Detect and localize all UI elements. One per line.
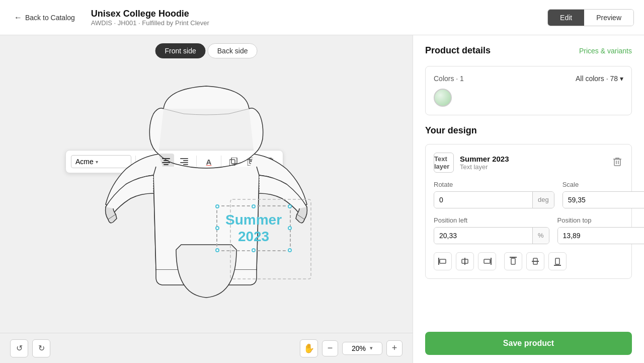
svg-rect-22 — [614, 159, 620, 166]
align-h-left-button[interactable] — [434, 252, 452, 270]
layer-delete-button[interactable] — [611, 155, 623, 171]
layer-name: Summer 2023 — [460, 155, 605, 163]
scale-label: Scale — [562, 181, 644, 188]
handle-bot-center[interactable] — [252, 248, 256, 252]
handle-mid-left[interactable] — [215, 226, 219, 230]
panel-header: Product details Prices & variants — [413, 35, 644, 66]
all-colors-button[interactable]: All colors · 78 ▾ — [576, 75, 623, 83]
handle-bot-right[interactable] — [288, 248, 292, 252]
position-row: Position left % Position top % — [434, 216, 623, 244]
position-top-input[interactable] — [558, 228, 644, 244]
hand-tool-button[interactable]: ✋ — [300, 339, 318, 357]
position-top-label: Position top — [557, 216, 644, 224]
text-layer-icon: Text layer — [434, 155, 453, 170]
svg-rect-37 — [555, 258, 559, 264]
handle-top-center[interactable] — [252, 204, 256, 208]
front-side-tab[interactable]: Front side — [155, 43, 206, 58]
panel-title: Product details — [425, 45, 491, 56]
colors-section: Colors · 1 All colors · 78 ▾ — [425, 66, 632, 115]
zoom-out-button[interactable]: − — [322, 340, 338, 356]
prices-variants-link[interactable]: Prices & variants — [579, 47, 632, 55]
scale-input[interactable] — [563, 192, 644, 208]
design-text-line2: 2023 — [238, 229, 269, 244]
align-v-top-button[interactable] — [504, 252, 522, 270]
side-tabs: Front side Back side — [155, 43, 258, 58]
canvas-area: Front side Back side Acme ▾ A — [0, 35, 413, 363]
horizontal-align-row — [434, 252, 496, 270]
align-v-top-icon — [509, 257, 518, 266]
save-section: Save product — [413, 324, 644, 363]
layer-card: Text layer Summer 2023 Text layer Rotate — [425, 144, 632, 279]
align-h-center-icon — [460, 257, 469, 266]
all-colors-text: All colors · 78 — [576, 75, 618, 83]
tab-edit[interactable]: Edit — [548, 10, 584, 26]
align-v-center-button[interactable] — [526, 252, 544, 270]
handle-top-right[interactable] — [288, 204, 292, 208]
position-left-unit: % — [532, 228, 549, 244]
zoom-display[interactable]: 20% ▾ — [342, 342, 382, 355]
undo-redo-group: ↺ ↻ — [10, 339, 50, 357]
align-h-right-button[interactable] — [478, 252, 496, 270]
position-top-field: Position top % — [557, 216, 644, 244]
arrow-left-icon: ← — [14, 13, 22, 22]
alignment-rows — [434, 252, 623, 270]
zoom-in-button[interactable]: + — [386, 340, 403, 356]
tab-preview[interactable]: Preview — [584, 10, 633, 26]
zoom-dropdown-icon: ▾ — [370, 345, 373, 351]
rotate-scale-row: Rotate deg Scale % — [434, 181, 623, 208]
align-v-bottom-icon — [553, 257, 562, 266]
rotate-label: Rotate — [434, 181, 554, 188]
align-v-bottom-button[interactable] — [548, 252, 567, 270]
scale-field: Scale % — [562, 181, 644, 208]
back-side-tab[interactable]: Back side — [208, 43, 258, 58]
product-name: Unisex College Hoodie — [91, 9, 535, 19]
vertical-align-row — [504, 252, 567, 270]
product-info: Unisex College Hoodie AWDIS · JH001 · Fu… — [91, 9, 535, 27]
rotate-unit: deg — [532, 192, 554, 208]
redo-button[interactable]: ↻ — [32, 339, 50, 357]
align-h-right-icon — [482, 257, 492, 266]
position-left-label: Position left — [434, 216, 549, 224]
design-text: Summer 2023 — [225, 211, 282, 245]
right-panel: Product details Prices & variants Colors… — [413, 35, 644, 363]
design-text-overlay[interactable]: Summer 2023 — [216, 205, 291, 251]
edit-preview-tabs: Edit Preview — [547, 9, 634, 26]
align-h-center-button[interactable] — [456, 252, 474, 270]
rotate-field: Rotate deg — [434, 181, 554, 208]
position-left-field: Position left % — [434, 216, 549, 244]
zoom-control: ✋ − 20% ▾ + — [300, 339, 403, 357]
all-colors-arrow-icon: ▾ — [620, 75, 623, 83]
svg-rect-31 — [484, 259, 490, 263]
handle-bot-left[interactable] — [215, 248, 219, 252]
svg-rect-33 — [511, 258, 515, 264]
layer-icon: Text layer — [434, 153, 454, 173]
back-label: Back to Catalog — [25, 14, 75, 22]
handle-top-left[interactable] — [215, 204, 219, 208]
svg-rect-26 — [440, 259, 446, 263]
design-text-line1: Summer — [225, 212, 282, 228]
design-section: Your design Text layer Summer 2023 Text … — [413, 125, 644, 287]
hoodie-svg — [75, 79, 337, 340]
layer-info: Summer 2023 Text layer — [460, 155, 605, 171]
bottom-toolbar: ↺ ↻ ✋ − 20% ▾ + — [0, 333, 413, 363]
undo-button[interactable]: ↺ — [10, 339, 28, 357]
save-product-button[interactable]: Save product — [425, 332, 632, 355]
delete-icon — [613, 157, 621, 166]
product-subtitle: AWDIS · JH001 · Fulfilled by Print Cleve… — [91, 19, 535, 27]
back-to-catalog-button[interactable]: ← Back to Catalog — [10, 11, 79, 24]
colors-label: Colors · 1 — [434, 75, 464, 83]
rotate-input[interactable] — [434, 192, 532, 208]
color-swatch-green[interactable] — [434, 89, 452, 107]
align-v-center-icon — [531, 257, 540, 266]
position-left-input[interactable] — [434, 228, 532, 244]
your-design-title: Your design — [425, 125, 632, 136]
align-h-left-icon — [438, 257, 447, 266]
hoodie-container: Summer 2023 — [75, 79, 337, 340]
handle-mid-right[interactable] — [288, 226, 292, 230]
zoom-level: 20% — [352, 344, 366, 352]
layer-type: Text layer — [460, 163, 605, 171]
